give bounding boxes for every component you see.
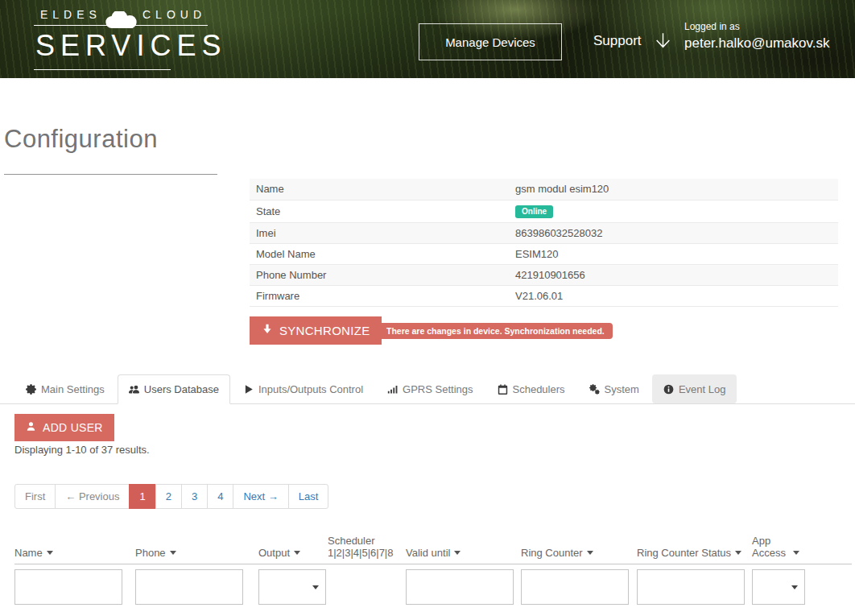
config-tabs: Main Settings Users Database Inputs/Outp… bbox=[0, 374, 855, 404]
tab-label: Users Database bbox=[144, 383, 219, 395]
pagination-previous[interactable]: ← Previous bbox=[55, 484, 130, 509]
sort-caret-icon bbox=[793, 551, 799, 555]
tab-label: System bbox=[605, 383, 639, 395]
column-header-app-access[interactable]: App Access bbox=[752, 535, 808, 564]
pagination-page-3[interactable]: 3 bbox=[181, 484, 208, 509]
device-info-row: Phone Number 421910901656 bbox=[250, 264, 838, 285]
phone-filter-input[interactable] bbox=[135, 569, 243, 605]
logo-top-row: ELDES CLOUD bbox=[34, 6, 208, 26]
device-info-label: Model Name bbox=[250, 243, 509, 264]
users-table: Name Phone Output Scheduler 1|2|3|4|5|6|… bbox=[14, 535, 852, 605]
add-user-button[interactable]: ADD USER bbox=[14, 414, 114, 441]
device-info-row: Firmware V21.06.01 bbox=[250, 285, 838, 306]
device-info-row: Imei 863986032528032 bbox=[250, 222, 838, 243]
sort-caret-icon bbox=[170, 551, 176, 555]
column-header-ring-counter-status[interactable]: Ring Counter Status bbox=[637, 535, 752, 564]
column-header-phone[interactable]: Phone bbox=[135, 535, 258, 564]
output-filter-select[interactable] bbox=[258, 569, 326, 605]
logo-text-eldes: ELDES bbox=[40, 8, 101, 21]
cogs-icon bbox=[589, 384, 600, 395]
device-model-value: ESIM120 bbox=[509, 243, 838, 264]
calendar-icon bbox=[498, 384, 508, 395]
results-summary: Displaying 1-10 of 37 results. bbox=[14, 444, 150, 456]
tab-system[interactable]: System bbox=[578, 374, 651, 403]
cloud-icon bbox=[103, 11, 138, 29]
user-email: peter.halko@umakov.sk bbox=[684, 35, 829, 52]
device-info-row: Model Name ESIM120 bbox=[250, 243, 838, 264]
device-info-label: Phone Number bbox=[250, 264, 509, 285]
logo-text-services: SERVICES bbox=[34, 26, 208, 69]
ring-counter-filter-input[interactable] bbox=[521, 569, 629, 605]
tab-users-database[interactable]: Users Database bbox=[118, 374, 230, 404]
column-header-scheduler: Scheduler 1|2|3|4|5|6|7|8 bbox=[328, 535, 406, 564]
column-header-ring-counter[interactable]: Ring Counter bbox=[521, 535, 637, 564]
play-icon bbox=[243, 384, 254, 395]
status-badge: Online bbox=[515, 205, 553, 218]
device-imei-value: 863986032528032 bbox=[509, 222, 838, 243]
device-info-label: Name bbox=[250, 179, 509, 200]
logo-text-cloud: CLOUD bbox=[142, 8, 206, 21]
logo-underline bbox=[34, 69, 171, 70]
add-user-label: ADD USER bbox=[43, 421, 103, 434]
tab-label: Inputs/Outputs Control bbox=[258, 383, 363, 395]
sort-caret-icon bbox=[735, 551, 741, 555]
tab-inputs-outputs-control[interactable]: Inputs/Outputs Control bbox=[232, 374, 374, 403]
app-access-filter-select[interactable] bbox=[752, 569, 805, 605]
sort-caret-icon bbox=[587, 551, 593, 555]
name-filter-input[interactable] bbox=[14, 569, 122, 605]
pagination-next[interactable]: Next → bbox=[233, 484, 288, 509]
device-name-value: gsm modul esim120 bbox=[509, 179, 838, 200]
signal-bars-icon bbox=[387, 384, 398, 395]
tab-label: Schedulers bbox=[513, 383, 565, 395]
pagination-first[interactable]: First bbox=[14, 484, 56, 509]
chevron-down-icon bbox=[653, 31, 673, 51]
tab-label: Main Settings bbox=[41, 383, 105, 395]
users-table-header-row: Name Phone Output Scheduler 1|2|3|4|5|6|… bbox=[14, 535, 852, 564]
filter-row bbox=[14, 564, 852, 606]
column-header-name[interactable]: Name bbox=[14, 535, 135, 564]
tab-label: Event Log bbox=[679, 383, 726, 395]
pagination-page-2[interactable]: 2 bbox=[155, 484, 182, 509]
sync-warning-badge: There are changes in device. Synchroniza… bbox=[378, 323, 613, 339]
tab-event-log[interactable]: Event Log bbox=[652, 374, 737, 403]
tab-main-settings[interactable]: Main Settings bbox=[14, 374, 116, 403]
download-arrow-icon bbox=[262, 324, 273, 337]
users-icon bbox=[129, 384, 139, 395]
logged-in-as-label: Logged in as bbox=[684, 21, 829, 32]
device-firmware-value: V21.06.01 bbox=[509, 285, 838, 306]
tab-label: GPRS Settings bbox=[403, 383, 473, 395]
scheduler-filter-empty bbox=[328, 564, 406, 606]
valid-until-filter-input[interactable] bbox=[406, 569, 514, 605]
sort-caret-icon bbox=[454, 551, 461, 555]
column-header-output[interactable]: Output bbox=[258, 535, 328, 564]
sort-caret-icon bbox=[47, 551, 53, 555]
pagination-page-1[interactable]: 1 bbox=[129, 484, 155, 509]
column-header-valid-until[interactable]: Valid until bbox=[406, 535, 521, 564]
synchronize-button[interactable]: SYNCHRONIZE bbox=[250, 316, 382, 345]
device-info-label: State bbox=[250, 200, 509, 222]
user-account-menu[interactable]: Logged in as peter.halko@umakov.sk bbox=[684, 21, 853, 52]
sort-caret-icon bbox=[294, 551, 300, 555]
title-divider bbox=[4, 174, 217, 175]
column-header-filler bbox=[808, 535, 852, 564]
app-header: ELDES CLOUD SERVICES Manage Devices Supp… bbox=[0, 0, 855, 78]
ring-counter-status-filter-input[interactable] bbox=[637, 569, 745, 605]
support-label: Support bbox=[593, 33, 642, 49]
device-info-label: Firmware bbox=[250, 285, 509, 306]
device-info-row: State Online bbox=[250, 200, 838, 222]
pagination: First ← Previous 1 2 3 4 Next → Last bbox=[14, 484, 328, 509]
gear-icon bbox=[26, 384, 36, 395]
pagination-last[interactable]: Last bbox=[288, 484, 329, 509]
support-menu[interactable]: Support bbox=[593, 31, 673, 51]
eldes-cloud-logo[interactable]: ELDES CLOUD SERVICES bbox=[34, 6, 208, 70]
tab-schedulers[interactable]: Schedulers bbox=[486, 374, 576, 403]
synchronize-label: SYNCHRONIZE bbox=[279, 324, 370, 337]
tab-gprs-settings[interactable]: GPRS Settings bbox=[376, 374, 484, 403]
device-info-row: Name gsm modul esim120 bbox=[250, 179, 838, 200]
person-icon bbox=[26, 421, 36, 434]
pagination-page-4[interactable]: 4 bbox=[207, 484, 233, 509]
page: ELDES CLOUD SERVICES Manage Devices Supp… bbox=[0, 0, 855, 616]
page-title: Configuration bbox=[4, 125, 158, 154]
device-info-label: Imei bbox=[250, 222, 509, 243]
manage-devices-button[interactable]: Manage Devices bbox=[419, 23, 562, 60]
